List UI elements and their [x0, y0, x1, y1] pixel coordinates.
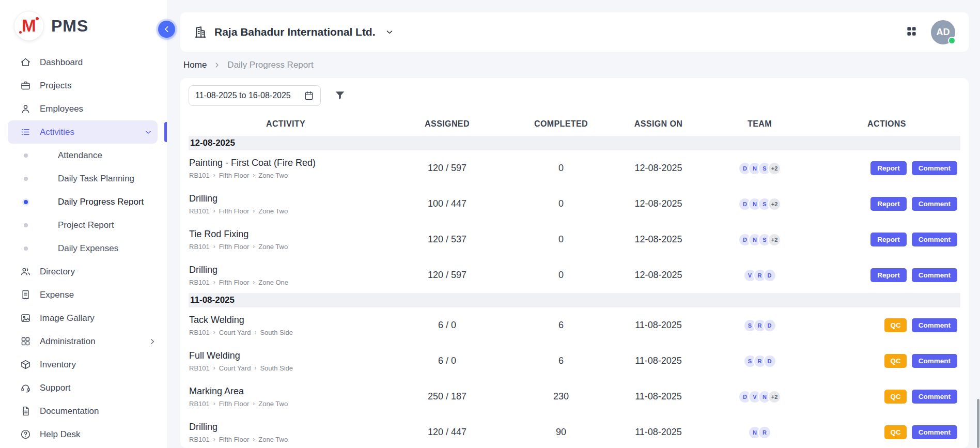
assigned-value: 6 / 0 — [383, 356, 511, 366]
row-actions: ReportComment — [813, 197, 960, 211]
documentation-icon — [20, 406, 31, 417]
activity-path: RB101›Fifth Floor›Zone Two — [189, 436, 383, 443]
sidebar-subitem-label: Project Report — [58, 220, 114, 230]
apps-grid-icon[interactable] — [906, 25, 917, 39]
table-row: Drilling RB101›Fifth Floor›Zone One 120 … — [189, 257, 960, 293]
activity-title: Drilling — [189, 265, 383, 275]
qc-button[interactable]: QC — [884, 425, 906, 439]
completed-value: 230 — [511, 391, 611, 402]
path-segment: RB101 — [189, 279, 210, 286]
team-avatar[interactable]: R — [758, 426, 771, 439]
chevron-right-icon: › — [253, 172, 255, 178]
sidebar-item-directory[interactable]: Directory — [0, 260, 167, 283]
assign-on-value: 11-08-2025 — [611, 320, 706, 331]
comment-button[interactable]: Comment — [912, 354, 957, 368]
report-button[interactable]: Report — [870, 161, 907, 175]
path-segment: RB101 — [189, 436, 210, 443]
sidebar-item-documentation[interactable]: Documentation — [0, 399, 167, 423]
qc-button[interactable]: QC — [884, 318, 906, 332]
chevron-right-icon — [213, 61, 221, 69]
qc-button[interactable]: QC — [884, 390, 906, 404]
sidebar-subitem-project-report[interactable]: Project Report — [0, 213, 167, 237]
comment-button[interactable]: Comment — [912, 233, 957, 246]
comment-button[interactable]: Comment — [912, 318, 957, 332]
report-button[interactable]: Report — [870, 233, 907, 246]
activity-path: RB101›Fifth Floor›Zone Two — [189, 243, 383, 251]
filter-row: 11-08-2025 to 16-08-2025 — [189, 85, 960, 106]
column-header-assign-on: ASSIGN ON — [611, 119, 706, 129]
chevron-right-icon: › — [254, 329, 256, 335]
team-avatar[interactable]: D — [763, 269, 776, 282]
chevron-right-icon: › — [254, 365, 256, 371]
sidebar-item-employees[interactable]: Employees — [0, 97, 167, 120]
chevron-right-icon: › — [213, 279, 215, 285]
completed-value: 0 — [511, 198, 611, 209]
team-avatars: DNS+2 — [706, 162, 813, 175]
date-range-input[interactable]: 11-08-2025 to 16-08-2025 — [189, 85, 321, 106]
completed-value: 6 — [511, 320, 611, 331]
table-row: Painting - First Coat (Fire Red) RB101›F… — [189, 150, 960, 186]
sidebar-item-inventory[interactable]: Inventory — [0, 353, 167, 376]
team-more-badge[interactable]: +2 — [768, 197, 781, 211]
sidebar-subitem-attendance[interactable]: Attendance — [0, 144, 167, 167]
team-avatars: VRD — [706, 269, 813, 282]
chevron-down-icon — [385, 27, 394, 37]
sidebar-item-dashboard[interactable]: Dashboard — [0, 51, 167, 74]
sidebar-item-projects[interactable]: Projects — [0, 74, 167, 97]
sidebar-item-help-desk[interactable]: Help Desk — [0, 423, 167, 446]
sidebar-subitem-daily-progress-report[interactable]: Daily Progress Report — [0, 190, 167, 213]
content-card: 11-08-2025 to 16-08-2025 ACTIVITYASSIGNE… — [180, 78, 969, 448]
sidebar-item-label: Directory — [40, 267, 157, 277]
comment-button[interactable]: Comment — [912, 425, 957, 439]
team-more-badge[interactable]: +2 — [768, 162, 781, 175]
path-segment: RB101 — [189, 172, 210, 179]
comment-button[interactable]: Comment — [912, 268, 957, 282]
comment-button[interactable]: Comment — [912, 197, 957, 211]
breadcrumb-home[interactable]: Home — [183, 60, 207, 70]
sidebar-item-activities[interactable]: Activities — [8, 120, 158, 144]
table-row: Tie Rod Fixing RB101›Fifth Floor›Zone Tw… — [189, 222, 960, 257]
filter-funnel-icon[interactable] — [334, 89, 346, 102]
helpdesk-icon — [20, 429, 31, 440]
company-name: Raja Bahadur International Ltd. — [214, 26, 376, 38]
qc-button[interactable]: QC — [884, 354, 906, 368]
team-more-badge[interactable]: +2 — [768, 390, 781, 404]
chevron-left-icon — [162, 25, 171, 34]
assigned-value: 250 / 187 — [383, 391, 511, 402]
team-avatars: DVN+2 — [706, 390, 813, 404]
scrollbar-thumb[interactable] — [977, 399, 979, 448]
activity-cell: Drilling RB101›Fifth Floor›Zone One — [189, 265, 383, 286]
report-button[interactable]: Report — [870, 268, 907, 282]
completed-value: 0 — [511, 163, 611, 174]
row-actions: QCComment — [813, 390, 960, 404]
date-range-value: 11-08-2025 to 16-08-2025 — [195, 91, 291, 100]
team-avatar[interactable]: D — [763, 354, 776, 368]
sidebar-collapse-button[interactable] — [158, 21, 175, 38]
sidebar-nav: Dashboard Projects Employees Activities … — [0, 49, 167, 446]
gallery-icon — [20, 313, 31, 324]
sidebar-item-image-gallary[interactable]: Image Gallary — [0, 306, 167, 330]
team-avatar[interactable]: D — [763, 319, 776, 332]
sidebar-item-support[interactable]: Support — [0, 376, 167, 399]
company-selector[interactable]: Raja Bahadur International Ltd. — [194, 25, 394, 39]
assigned-value: 120 / 597 — [383, 270, 511, 281]
row-actions: ReportComment — [813, 268, 960, 282]
user-avatar[interactable]: AD — [931, 20, 955, 44]
comment-button[interactable]: Comment — [912, 390, 957, 404]
sidebar-subitem-daily-task-planning[interactable]: Daily Task Planning — [0, 167, 167, 190]
app-title: PMS — [51, 17, 88, 36]
support-icon — [20, 382, 31, 394]
comment-button[interactable]: Comment — [912, 161, 957, 175]
sidebar-item-expense[interactable]: Expense — [0, 283, 167, 306]
path-segment: South Side — [260, 329, 293, 336]
table-row: Full Welding RB101›Court Yard›South Side… — [189, 343, 960, 379]
team-more-badge[interactable]: +2 — [768, 233, 781, 246]
bullet-dot — [24, 223, 28, 227]
sidebar-subitem-daily-expenses[interactable]: Daily Expenses — [0, 237, 167, 260]
table-row: Marking Area RB101›Fifth Floor›Zone Two … — [189, 379, 960, 414]
sidebar-item-administration[interactable]: Administration — [0, 330, 167, 353]
path-segment: Fifth Floor — [219, 172, 250, 179]
column-header-team: TEAM — [706, 119, 813, 129]
report-button[interactable]: Report — [870, 197, 907, 211]
sidebar-item-label: Administration — [40, 336, 139, 347]
